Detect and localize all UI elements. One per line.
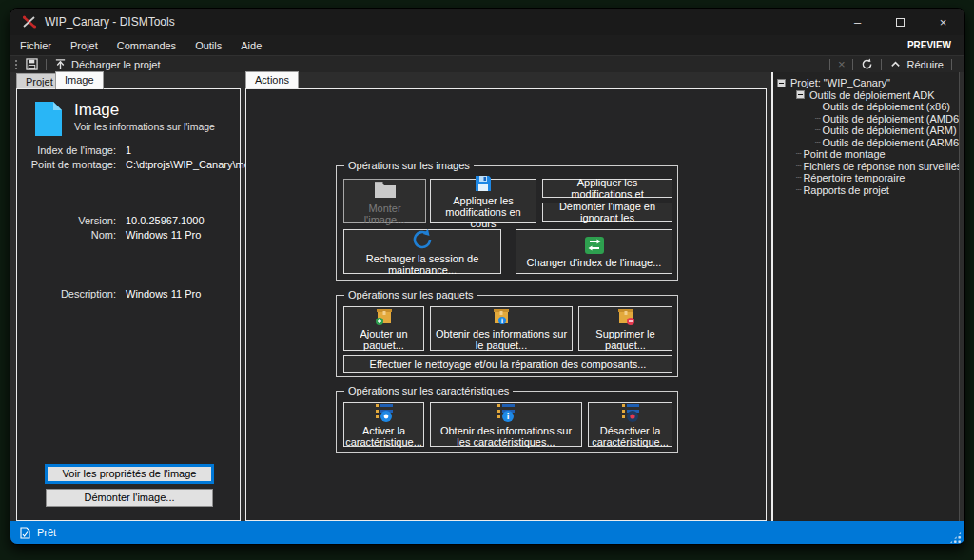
resize-grip[interactable] (949, 531, 962, 544)
close-button[interactable]: × (922, 9, 964, 35)
tree-label: Projet: "WIP_Canary" (790, 77, 890, 88)
tab-image[interactable]: Image (55, 71, 104, 89)
switch-image-index-button[interactable]: Changer d'index de l'image... (516, 229, 672, 274)
tree-guide: ┄ (815, 114, 820, 124)
group-package-operations: Opérations sur les paquets Ajouter un pa… (336, 295, 678, 377)
feature-disable-icon (619, 402, 642, 423)
tree-node-deploy-arm[interactable]: ┄ Outils de déploiement (ARM) (777, 125, 959, 137)
tree-node-answer-files[interactable]: ┄ Fichiers de réponse non surveillés (777, 161, 959, 173)
minimize-button[interactable]: – (836, 9, 879, 35)
field-description: Description: Windows 11 Pro (23, 287, 201, 301)
package-info-icon: i (490, 307, 513, 326)
component-cleanup-button[interactable]: Effectuer le nettoyage et/ou la réparati… (343, 355, 672, 373)
toolbar-separator (46, 59, 47, 70)
get-package-info-button[interactable]: i Obtenir des informations sur le paquet… (430, 306, 573, 351)
menu-fichier[interactable]: Fichier (10, 37, 61, 54)
tree-close-button[interactable]: × (835, 56, 848, 73)
close-icon: × (940, 15, 947, 29)
button-label: Désactiver la caractéristique... (592, 425, 669, 448)
toolbar-grip[interactable] (14, 59, 19, 70)
disable-feature-button[interactable]: Désactiver la caractéristique... (588, 402, 672, 447)
field-value: Windows 11 Pro (126, 228, 201, 242)
close-tree-icon: × (838, 57, 846, 71)
menu-projet[interactable]: Projet (61, 37, 107, 54)
field-label: Description: (23, 287, 116, 301)
tree-node-temp-dir[interactable]: ┄ Répertoire temporaire (777, 172, 959, 184)
save-icon (26, 58, 38, 70)
button-label: Monter l'image... (347, 203, 422, 225)
mount-image-button[interactable]: Monter l'image... (343, 179, 426, 223)
tree-guide: ┄ (796, 173, 801, 183)
chevron-up-icon (889, 58, 902, 70)
menu-bar: Fichier Projet Commandes Outils Aide PRE… (10, 35, 964, 55)
save-project-button[interactable] (23, 56, 41, 73)
feature-info-icon: i (495, 402, 517, 423)
button-label: Changer d'index de l'image... (527, 257, 662, 268)
apply-and-unmount-button[interactable]: Appliquer les modifications et (542, 179, 672, 198)
menu-aide[interactable]: Aide (231, 37, 271, 54)
unload-project-label: Décharger le projet (71, 59, 161, 70)
unload-project-button[interactable]: Décharger le projet (51, 56, 164, 73)
collapse-label: Réduire (906, 59, 944, 70)
minimize-icon: – (854, 15, 861, 29)
get-feature-info-button[interactable]: i Obtenir des informations sur les carac… (430, 402, 582, 447)
tree-root-project[interactable]: Projet: "WIP_Canary" (777, 77, 959, 89)
app-icon (22, 14, 37, 29)
field-version: Version: 10.0.25967.1000 (23, 214, 205, 228)
tree-label: Outils de déploiement (ARM) (822, 125, 956, 136)
unmount-image-button[interactable]: Démonter l'image... (46, 489, 213, 507)
preview-badge: PREVIEW (907, 40, 951, 50)
tree-node-deploy-x86[interactable]: ┄ Outils de déploiement (x86) (777, 101, 959, 113)
tree-label: Outils de déploiement ADK (809, 89, 934, 101)
tree-node-deploy-amd64[interactable]: ┄ Outils de déploiement (AMD64) (777, 113, 959, 126)
reload-icon (410, 228, 435, 251)
collapse-expander-icon[interactable] (777, 79, 786, 87)
tree-label: Outils de déploiement (AMD64) (822, 113, 960, 125)
enable-feature-button[interactable]: Activer la caractéristique... (343, 402, 424, 447)
reload-servicing-session-button[interactable]: Recharger la session de maintenance... (343, 229, 501, 274)
tree-collapse-button[interactable]: Réduire (886, 56, 946, 73)
discard-and-unmount-button[interactable]: Démonter l'image en ignorant les (542, 203, 672, 222)
field-value: 10.0.25967.1000 (126, 214, 205, 228)
tree-guide: ┄ (815, 138, 820, 147)
group-feature-operations: Opérations sur les caractéristiques Acti… (336, 391, 678, 453)
button-label: Effectuer le nettoyage et/ou la réparati… (370, 358, 647, 370)
menu-outils[interactable]: Outils (185, 37, 231, 54)
maximize-icon (896, 18, 905, 27)
apply-changes-button[interactable]: Appliquer les modifications en cours (430, 179, 536, 223)
button-label: Démonter l'image en ignorant les (546, 201, 669, 223)
tree-guide: ┄ (796, 162, 801, 171)
button-label: Obtenir des informations sur les caracté… (434, 425, 578, 448)
tree-node-adk[interactable]: Outils de déploiement ADK (777, 89, 959, 102)
field-label: Index de l'image: (23, 144, 116, 158)
view-image-properties-button[interactable]: Voir les propriétés de l'image (46, 465, 213, 483)
button-label: Appliquer les modifications en cours (434, 195, 533, 229)
remove-package-button[interactable]: Supprimer le paquet... (578, 306, 672, 351)
tree-label: Outils de déploiement (x86) (822, 101, 950, 112)
button-label: Recharger la session de maintenance... (347, 253, 497, 276)
image-panel-title: Image (74, 101, 215, 120)
app-window: WIP_Canary - DISMTools – × Fichier Proje… (10, 8, 965, 545)
title-bar: WIP_Canary - DISMTools – × (10, 9, 964, 35)
tree-refresh-button[interactable] (858, 56, 876, 73)
group-title: Opérations sur les images (344, 160, 474, 171)
toolbar: Décharger le projet × Réduire (10, 55, 964, 72)
tree-guide: ┄ (815, 126, 820, 135)
tree-node-deploy-arm64[interactable]: ┄ Outils de déploiement (ARM64) (777, 137, 959, 149)
svg-text:i: i (501, 318, 503, 325)
package-remove-icon (614, 307, 637, 326)
window-title: WIP_Canary - DISMTools (45, 15, 175, 29)
group-image-operations: Opérations sur les images Monter l'image… (336, 165, 678, 281)
folder-icon (373, 178, 398, 201)
tree-guide: ┄ (796, 149, 801, 159)
maximize-button[interactable] (879, 9, 922, 35)
collapse-expander-icon[interactable] (796, 90, 805, 99)
button-label: Activer la caractéristique... (345, 425, 422, 448)
menu-commandes[interactable]: Commandes (107, 37, 185, 54)
add-package-button[interactable]: Ajouter un paquet... (343, 306, 424, 351)
refresh-icon (861, 58, 873, 70)
tree-node-mount-point[interactable]: ┄ Point de montage (777, 148, 959, 161)
tree-label: Point de montage (803, 148, 885, 160)
tab-actions[interactable]: Actions (245, 71, 299, 89)
tree-node-project-reports[interactable]: ┄ Rapports de projet (777, 184, 959, 197)
